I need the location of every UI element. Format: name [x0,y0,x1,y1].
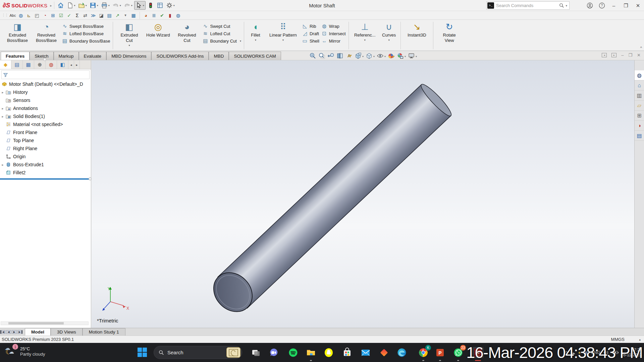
print-dropdown-arrow[interactable]: ▾ [108,4,110,7]
view-settings-dropdown-arrow[interactable]: ▾ [416,55,417,58]
smart-arrow-icon[interactable]: ↗ [113,12,121,19]
shell-button[interactable]: ▭Shell [302,37,319,45]
tree-item-origin[interactable]: Origin [0,153,91,161]
cam-tab[interactable]: ◧ [57,60,68,69]
visualization-icon[interactable]: ≣ [150,12,158,19]
tree-item-root[interactable]: Motor Shaft (Default) <<Default>_D [0,80,91,88]
search-commands-input[interactable] [494,3,559,8]
edge-taskbar-icon[interactable] [396,347,408,358]
curves-button[interactable]: ∪Curves▾ [380,21,398,42]
tab-markup[interactable]: Markup [54,52,79,60]
tab-mbd[interactable]: MBD [209,52,229,60]
lofted-boss-base-button[interactable]: ≋Lofted Boss/Base [62,30,110,37]
panel-splitter-handle[interactable] [43,58,46,61]
hide-show-items-button[interactable]: ▾ [376,52,386,61]
system-tray[interactable]: ^ ☁ ● ▣ ENG 07:24 26-11-2023 [566,343,642,362]
redo-button[interactable]: ▾ [123,1,133,10]
doc-tab-3d-views[interactable]: 3D Views [51,328,83,336]
tree-filter[interactable] [1,70,90,79]
print-button[interactable]: ▾ [100,1,111,10]
tree-item-right-plane[interactable]: Right Plane [0,144,91,153]
ribbon-collapse-chevron[interactable]: ^ [640,46,642,50]
wrap-button[interactable]: ◍Wrap [321,22,346,30]
tree-item-solid-bodies-1-[interactable]: ▸Solid Bodies(1) [0,112,91,120]
design-library-button[interactable]: ▥ [635,90,644,101]
3dexperience-marketplace-button[interactable]: ◍ [635,70,644,80]
file-explorer-pane-button[interactable]: ▱ [635,101,644,111]
tabs-scroll-right[interactable]: ▸ [74,60,80,69]
weather-widget[interactable]: ☾☁☁ 1 25°C Partly cloudy [5,345,45,358]
rotate-view-button[interactable]: ↻RotateView [436,21,463,43]
section-view-button[interactable] [336,52,344,61]
tab-sketch[interactable]: Sketch [30,52,53,60]
search-dropdown-arrow[interactable]: ▾ [564,4,569,7]
settings-gear-dropdown-arrow[interactable]: ▾ [173,4,175,7]
shaft-body[interactable] [218,84,451,308]
curves-dropdown-arrow[interactable]: ▾ [388,39,390,42]
collapse-panel-right-button[interactable]: ▸ [611,53,616,57]
taskbar-search[interactable]: Search [154,346,242,359]
user-account-icon[interactable] [584,1,596,10]
view-orientation-dropdown-arrow[interactable]: ▾ [362,55,364,58]
revolved-boss-base-button[interactable]: ◔RevolvedBoss/Base [33,21,60,43]
last-tab-button[interactable]: ▶ [17,330,22,334]
reference-geometry-dropdown-arrow[interactable]: ▾ [364,39,366,42]
hide-show-items-dropdown-arrow[interactable]: ▾ [384,55,386,58]
graphics-viewport[interactable]: Y X *Trimetric [92,60,634,328]
insert-component-icon[interactable]: ⊞ [49,12,57,19]
linear-pattern-button[interactable]: ⠿Linear Pattern▾ [266,21,300,42]
mirror-button[interactable]: ⇔Mirror [321,37,346,45]
doc-close-button[interactable]: ✕ [637,53,641,58]
view-settings-button[interactable]: ▾ [407,52,418,61]
appearances-scenes-button[interactable]: ◑ [635,121,644,131]
draft-button[interactable]: ◿Draft [302,30,319,37]
lofted-cut-button[interactable]: ≋Lofted Cut [202,30,241,37]
tray-clock[interactable]: 07:24 26-11-2023 [621,348,642,358]
microsoft-store-taskbar-icon[interactable] [341,347,353,358]
rollback-handle[interactable] [89,177,92,180]
web-globe-icon[interactable]: ◍ [174,12,182,19]
solidworks-taskbar-icon[interactable]: S2023 [472,347,484,358]
swept-cut-button[interactable]: ∿Swept Cut [202,22,241,30]
view-orientation-button[interactable]: ▾ [354,52,364,61]
task-view-taskbar-icon[interactable] [250,347,262,358]
performance-evaluation-icon[interactable]: ◔ [41,12,49,19]
settings-gear-button[interactable]: ▾ [165,1,176,10]
rollback-bar[interactable] [0,178,91,180]
approve-check-icon[interactable]: ✔ [158,12,166,19]
tab-evaluate[interactable]: Evaluate [79,52,107,60]
home-button[interactable] [56,1,65,10]
units-indicator[interactable]: MMGS [611,337,625,342]
annotation-visibility-button[interactable]: A [345,52,353,61]
design-checker-icon[interactable]: ☑ [57,12,65,19]
linear-pattern-dropdown-arrow[interactable]: ▾ [282,39,284,42]
tab-features[interactable]: Features [1,52,30,60]
undo-dropdown-arrow[interactable]: ▾ [120,4,121,7]
first-tab-button[interactable]: ◀ [0,330,5,334]
tree-item-history[interactable]: ▸History [0,88,91,96]
swept-boss-base-button[interactable]: ∿Swept Boss/Base [62,22,110,30]
document-properties-icon[interactable]: ▤ [105,12,113,19]
command-search[interactable]: >_ ▾ [486,1,570,10]
previous-view-button[interactable] [327,52,335,61]
chat-taskbar-icon[interactable] [268,347,279,358]
propertymanager-tab[interactable]: ▤ [11,60,23,69]
tree-item-material-not-specified-[interactable]: Material <not specified> [0,120,91,128]
revolved-cut-button[interactable]: ◕RevolvedCut [173,21,200,43]
toolbar-grip[interactable]: ⋮⋮ [2,13,8,17]
boundary-cut-button[interactable]: ▤Boundary Cut▾ [202,37,241,45]
tree-item-fillet2[interactable]: Fillet2 [0,169,91,177]
options-table-button[interactable] [156,1,164,10]
redo-dropdown-arrow[interactable]: ▾ [131,4,132,7]
logo-flyout-arrow[interactable]: ▸ [50,4,52,7]
whatsapp-taskbar-icon[interactable]: 23 [452,347,464,358]
undo-button[interactable]: ▾ [111,1,122,10]
tabs-scroll-left[interactable]: ◂ [68,60,74,69]
expand-arrow-icon[interactable]: ▸ [0,90,5,94]
deviation-analysis-icon[interactable]: ⇄ [81,12,89,19]
open-file-button[interactable]: ▾ [77,1,88,10]
help-icon[interactable]: ? [596,1,608,10]
flow-arrows-icon[interactable]: ≫ [89,12,97,19]
close-button[interactable]: ✕ [632,1,644,10]
save-button[interactable]: ▾ [89,1,99,10]
